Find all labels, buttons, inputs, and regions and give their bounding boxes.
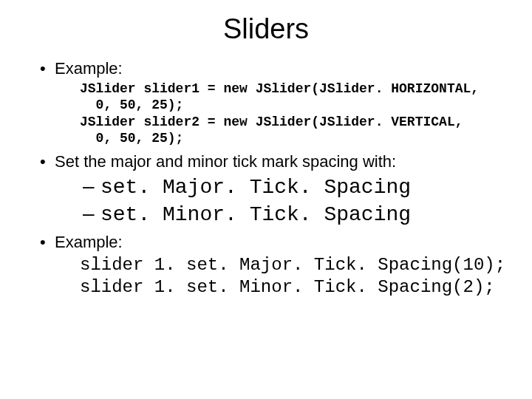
bullet-text: Set the major and minor tick mark spacin…	[55, 152, 396, 171]
bullet-example-1: Example: JSlider slider1 = new JSlider(J…	[35, 58, 504, 147]
code-block-2: slider 1. set. Major. Tick. Spacing(10);…	[80, 254, 504, 299]
bullet-text: Example:	[55, 233, 123, 251]
slide: Sliders Example: JSlider slider1 = new J…	[0, 13, 532, 399]
bullet-text: Example:	[55, 59, 123, 78]
sub-bullet-minor: set. Minor. Tick. Spacing	[80, 200, 504, 228]
sub-bullet-major: set. Major. Tick. Spacing	[80, 173, 504, 200]
bullet-example-2: Example: slider 1. set. Major. Tick. Spa…	[35, 232, 504, 299]
code-block-1: JSlider slider1 = new JSlider(JSlider. H…	[80, 81, 504, 147]
bullet-list: Example: JSlider slider1 = new JSlider(J…	[35, 58, 504, 299]
sub-bullet-list: set. Major. Tick. Spacing set. Minor. Ti…	[80, 173, 504, 228]
slide-title: Sliders	[0, 13, 532, 45]
sub-bullet-text: set. Major. Tick. Spacing	[100, 176, 411, 199]
bullet-tick-spacing: Set the major and minor tick mark spacin…	[35, 151, 504, 228]
sub-bullet-text: set. Minor. Tick. Spacing	[100, 203, 411, 226]
slide-body: Example: JSlider slider1 = new JSlider(J…	[0, 58, 532, 299]
